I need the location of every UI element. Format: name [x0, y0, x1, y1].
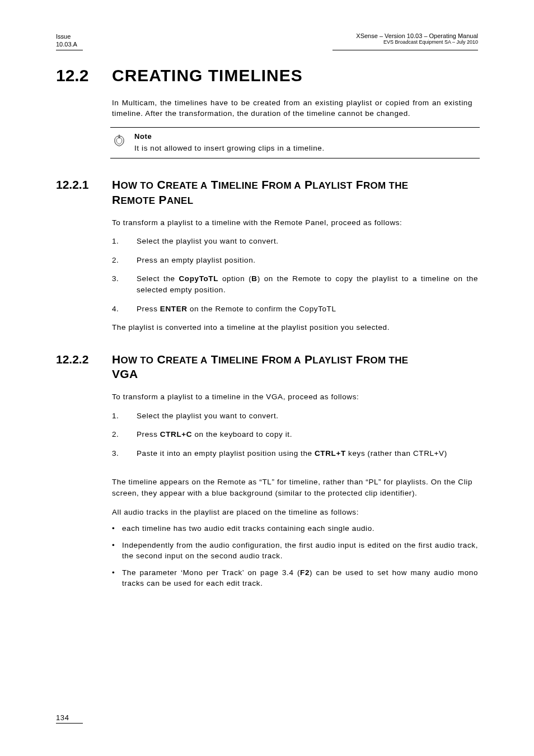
step-text: Paste it into an empty playlist position…: [137, 448, 478, 459]
page: Issue 10.03.A XSense – Version 10.03 – O…: [0, 0, 534, 756]
bullet-text: Independently from the audio configurati…: [122, 540, 478, 562]
section-intro: In Multicam, the timelines have to be cr…: [112, 97, 472, 119]
step-text: Press CTRL+C on the keyboard to copy it.: [137, 429, 478, 440]
step-marker: 2.: [112, 255, 137, 266]
header-underline: [56, 50, 478, 50]
step-marker: 1.: [112, 236, 137, 247]
list-item: • each timeline has two audio edit track…: [112, 523, 478, 534]
list-item: 3. Select the CopyToTL option (B) on the…: [112, 273, 478, 295]
header-doc-sub: EVS Broadcast Equipment SA – July 2010: [356, 39, 478, 45]
step-marker: 3.: [112, 273, 137, 295]
list-item: • Independently from the audio configura…: [112, 540, 478, 562]
section-title: CREATING TIMELINES: [112, 66, 303, 85]
sub1-outro: The playlist is converted into a timelin…: [112, 322, 472, 333]
subsection-2-number: 12.2.2: [56, 353, 112, 366]
step-marker: 4.: [112, 304, 137, 315]
bullet-text: The parameter ‘Mono per Track’ on page 3…: [122, 567, 478, 589]
sub2-intro: To transform a playlist to a timeline in…: [112, 391, 472, 403]
subsection-1-title: HOW TO CREATE A TIMELINE FROM A PLAYLIST…: [112, 178, 408, 207]
page-number: 134: [56, 713, 83, 722]
list-item: 2. Press an empty playlist position.: [112, 255, 478, 266]
subsection-2-heading: 12.2.2 HOW TO CREATE A TIMELINE FROM A P…: [56, 352, 478, 382]
header-right: XSense – Version 10.03 – Operating Manua…: [356, 32, 478, 45]
section-heading: 12.2 CREATING TIMELINES: [56, 66, 478, 85]
list-item: 2. Press CTRL+C on the keyboard to copy …: [112, 429, 478, 440]
note-text: It is not allowed to insert growing clip…: [134, 143, 478, 154]
header-left: Issue 10.03.A: [56, 32, 77, 49]
list-item: 4. Press ENTER on the Remote to confirm …: [112, 304, 478, 315]
sub1-intro: To transform a playlist to a timeline wi…: [112, 217, 472, 228]
bullet-dot: •: [112, 567, 122, 589]
bullet-dot: •: [112, 523, 122, 534]
bullet-text: each timeline has two audio edit tracks …: [122, 523, 478, 534]
step-text: Press ENTER on the Remote to confirm the…: [137, 304, 478, 315]
step-text: Press an empty playlist position.: [137, 255, 478, 266]
header-version: 10.03.A: [56, 40, 77, 48]
page-header: Issue 10.03.A XSense – Version 10.03 – O…: [56, 32, 478, 49]
note-icon: [112, 132, 134, 150]
sub2-steps: 1. Select the playlist you want to conve…: [112, 410, 478, 459]
page-footer: 134: [56, 713, 83, 724]
note-label: Note: [134, 132, 478, 141]
step-text: Select the CopyToTL option (B) on the Re…: [137, 273, 478, 295]
svg-point-0: [119, 137, 120, 138]
note-block: Note It is not allowed to insert growing…: [112, 127, 478, 159]
step-marker: 2.: [112, 429, 137, 440]
sub1-steps: 1. Select the playlist you want to conve…: [112, 236, 478, 314]
sub2-para2: All audio tracks in the playlist are pla…: [112, 507, 472, 518]
list-item: 3. Paste it into an empty playlist posit…: [112, 448, 478, 459]
section-number: 12.2: [56, 66, 112, 85]
list-item: 1. Select the playlist you want to conve…: [112, 236, 478, 247]
list-item: 1. Select the playlist you want to conve…: [112, 410, 478, 422]
step-text: Select the playlist you want to convert.: [137, 410, 478, 422]
subsection-2-title: HOW TO CREATE A TIMELINE FROM A PLAYLIST…: [112, 352, 408, 382]
subsection-1-number: 12.2.1: [56, 178, 112, 192]
header-doc-title: XSense – Version 10.03 – Operating Manua…: [356, 32, 478, 39]
bullet-dot: •: [112, 540, 122, 562]
step-text: Select the playlist you want to convert.: [137, 236, 478, 247]
subsection-1-heading: 12.2.1 HOW TO CREATE A TIMELINE FROM A P…: [56, 178, 478, 207]
list-item: • The parameter ‘Mono per Track’ on page…: [112, 567, 478, 589]
step-marker: 1.: [112, 410, 137, 422]
sub2-para1: The timeline appears on the Remote as “T…: [112, 477, 472, 498]
step-marker: 3.: [112, 448, 137, 459]
header-issue: Issue: [56, 32, 77, 40]
sub2-bullets: • each timeline has two audio edit track…: [112, 523, 478, 589]
